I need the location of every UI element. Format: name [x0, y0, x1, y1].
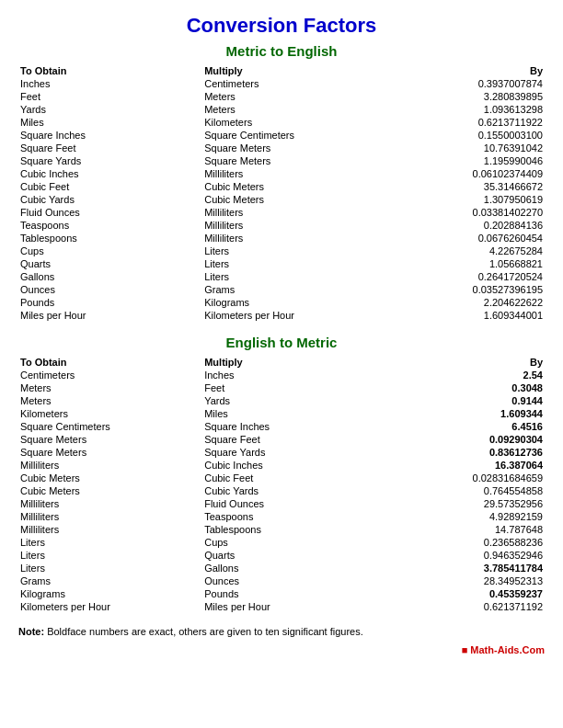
- multiply-cell: Cubic Feet: [202, 472, 386, 484]
- by-cell: 0.764554858: [386, 484, 545, 497]
- brand-label: ■: [462, 644, 471, 655]
- to-obtain-cell: Fluid Ounces: [18, 206, 202, 219]
- table-row: LitersGallons3.785411784: [18, 562, 545, 574]
- multiply-cell: Yards: [202, 394, 386, 407]
- table-row: Kilometers per HourMiles per Hour0.62137…: [18, 600, 545, 613]
- table-row: CentimetersInches2.54: [18, 369, 545, 381]
- multiply-cell: Meters: [202, 90, 386, 103]
- by-cell: 0.6213711922: [386, 116, 545, 129]
- to-obtain-cell: Cubic Inches: [18, 167, 202, 180]
- to-obtain-cell: Square Meters: [18, 433, 202, 446]
- multiply-cell: Ounces: [202, 574, 386, 587]
- to-obtain-cell: Cubic Meters: [18, 484, 202, 497]
- brand-name: Math-Aids.Com: [470, 644, 545, 655]
- by-cell: 0.06102374409: [386, 167, 545, 180]
- to-obtain-cell: Cups: [18, 245, 202, 257]
- to-obtain-cell: Liters: [18, 549, 202, 562]
- english-to-metric-section: English to Metric To Obtain Multiply By …: [18, 335, 545, 613]
- by-cell: 16.387064: [386, 459, 545, 472]
- table-row: Square FeetSquare Meters10.76391042: [18, 142, 545, 154]
- page-title: Conversion Factors: [18, 14, 545, 38]
- multiply-cell: Meters: [202, 103, 386, 116]
- table-row: QuartsLiters1.05668821: [18, 257, 545, 270]
- by-cell: 29.57352956: [386, 497, 545, 510]
- table-row: GallonsLiters0.2641720524: [18, 270, 545, 283]
- table-row: MillilitersCubic Inches16.387064: [18, 459, 545, 472]
- col-header-to-obtain-1: To Obtain: [18, 64, 202, 77]
- to-obtain-cell: Square Inches: [18, 129, 202, 142]
- by-cell: 1.05668821: [386, 257, 545, 270]
- section1-heading: Metric to English: [18, 43, 545, 59]
- to-obtain-cell: Square Feet: [18, 142, 202, 154]
- multiply-cell: Kilograms: [202, 296, 386, 309]
- note-row: Note: Boldface numbers are exact, others…: [18, 626, 545, 637]
- table-row: MetersYards0.9144: [18, 394, 545, 407]
- multiply-cell: Cubic Meters: [202, 180, 386, 193]
- to-obtain-cell: Meters: [18, 394, 202, 407]
- to-obtain-cell: Meters: [18, 381, 202, 394]
- multiply-cell: Inches: [202, 369, 386, 381]
- table-row: Square YardsSquare Meters1.195990046: [18, 154, 545, 167]
- table-row: Cubic MetersCubic Yards0.764554858: [18, 484, 545, 497]
- table-row: OuncesGrams0.03527396195: [18, 283, 545, 296]
- to-obtain-cell: Feet: [18, 90, 202, 103]
- table-row: MilesKilometers0.6213711922: [18, 116, 545, 129]
- by-cell: 4.92892159: [386, 510, 545, 523]
- by-cell: 3.785411784: [386, 562, 545, 574]
- by-cell: 0.83612736: [386, 446, 545, 459]
- to-obtain-cell: Miles per Hour: [18, 309, 202, 322]
- multiply-cell: Milliliters: [202, 232, 386, 245]
- to-obtain-cell: Centimeters: [18, 369, 202, 381]
- by-cell: 0.09290304: [386, 433, 545, 446]
- to-obtain-cell: Milliliters: [18, 523, 202, 536]
- multiply-cell: Centimeters: [202, 77, 386, 90]
- to-obtain-cell: Square Yards: [18, 154, 202, 167]
- table-row: FeetMeters3.280839895: [18, 90, 545, 103]
- multiply-cell: Liters: [202, 257, 386, 270]
- by-cell: 1.609344: [386, 407, 545, 420]
- table-row: YardsMeters1.093613298: [18, 103, 545, 116]
- multiply-cell: Milliliters: [202, 206, 386, 219]
- to-obtain-cell: Cubic Feet: [18, 180, 202, 193]
- note-label: Note:: [18, 626, 44, 637]
- to-obtain-cell: Milliliters: [18, 510, 202, 523]
- metric-to-english-table: To Obtain Multiply By InchesCentimeters0…: [18, 64, 545, 322]
- by-cell: 0.3048: [386, 381, 545, 394]
- table-row: MillilitersTeaspoons4.92892159: [18, 510, 545, 523]
- by-cell: 35.31466672: [386, 180, 545, 193]
- col-header-by-2: By: [386, 356, 545, 369]
- by-cell: 1.609344001: [386, 309, 545, 322]
- by-cell: 28.34952313: [386, 574, 545, 587]
- to-obtain-cell: Liters: [18, 536, 202, 549]
- multiply-cell: Pounds: [202, 587, 386, 600]
- by-cell: 0.3937007874: [386, 77, 545, 90]
- to-obtain-cell: Inches: [18, 77, 202, 90]
- to-obtain-cell: Square Meters: [18, 446, 202, 459]
- by-cell: 2.204622622: [386, 296, 545, 309]
- by-cell: 0.2641720524: [386, 270, 545, 283]
- to-obtain-cell: Cubic Meters: [18, 472, 202, 484]
- multiply-cell: Square Yards: [202, 446, 386, 459]
- col-header-by-1: By: [386, 64, 545, 77]
- table-row: CupsLiters4.22675284: [18, 245, 545, 257]
- multiply-cell: Square Inches: [202, 420, 386, 433]
- table-row: MillilitersFluid Ounces29.57352956: [18, 497, 545, 510]
- multiply-cell: Liters: [202, 245, 386, 257]
- to-obtain-cell: Ounces: [18, 283, 202, 296]
- col-header-to-obtain-2: To Obtain: [18, 356, 202, 369]
- to-obtain-cell: Milliliters: [18, 459, 202, 472]
- table-row: MillilitersTablespoons14.787648: [18, 523, 545, 536]
- by-cell: 0.02831684659: [386, 472, 545, 484]
- multiply-cell: Gallons: [202, 562, 386, 574]
- multiply-cell: Milliliters: [202, 167, 386, 180]
- multiply-cell: Square Centimeters: [202, 129, 386, 142]
- to-obtain-cell: Kilometers: [18, 407, 202, 420]
- by-cell: 0.621371192: [386, 600, 545, 613]
- by-cell: 0.946352946: [386, 549, 545, 562]
- by-cell: 10.76391042: [386, 142, 545, 154]
- multiply-cell: Tablespoons: [202, 523, 386, 536]
- table-row: Fluid OuncesMilliliters0.03381402270: [18, 206, 545, 219]
- by-cell: 2.54: [386, 369, 545, 381]
- multiply-cell: Cubic Inches: [202, 459, 386, 472]
- by-cell: 1.195990046: [386, 154, 545, 167]
